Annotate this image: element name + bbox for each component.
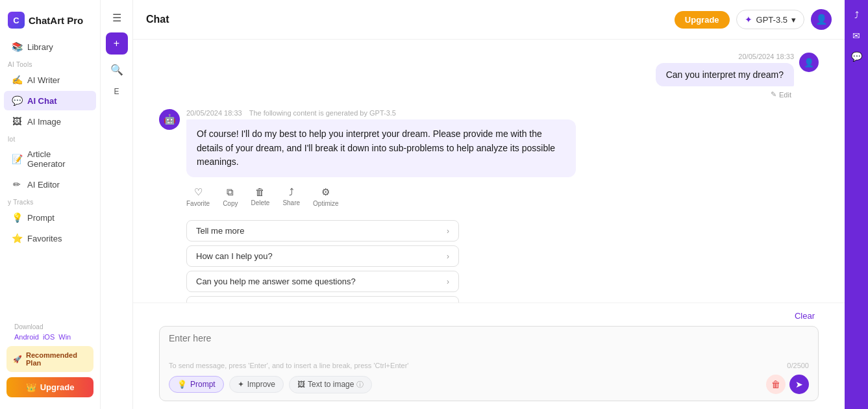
ai-bubble: Of course! I'll do my best to help you i… — [186, 119, 576, 177]
header-upgrade-button[interactable]: Upgrade — [675, 11, 730, 29]
improve-button[interactable]: ✦ Improve — [229, 376, 284, 393]
share-action[interactable]: ⤴ Share — [282, 186, 300, 207]
chat-input-area: Clear To send message, press 'Enter', an… — [133, 303, 845, 409]
delete-action[interactable]: 🗑 Delete — [251, 186, 269, 207]
recommended-plan: 🚀 Recommended Plan — [6, 346, 93, 372]
info-icon: ⓘ — [356, 380, 364, 390]
win-link[interactable]: Win — [58, 333, 71, 341]
clear-input-button[interactable]: 🗑 — [766, 375, 786, 394]
ai-writer-icon: ✍ — [12, 75, 22, 85]
ai-image-icon: 🖼 — [12, 116, 22, 127]
prompt-icon: 💡 — [12, 212, 22, 223]
user-message-wrapper: 20/05/2024 18:33 Can you interpret my dr… — [159, 53, 819, 99]
sidebar-item-library[interactable]: 📚 Library — [4, 37, 96, 56]
clear-button[interactable]: Clear — [791, 310, 819, 322]
user-bubble: Can you interpret my dream? — [656, 63, 794, 86]
suggestion-item-1[interactable]: How can I help you? › — [186, 245, 459, 267]
menu-button[interactable]: ☰ — [106, 6, 128, 29]
ios-link[interactable]: iOS — [43, 333, 55, 341]
sidebar-item-article-generator[interactable]: 📝 Article Generator — [4, 145, 96, 173]
toolbar-right: 🗑 ➤ — [766, 375, 809, 394]
gpt-label: GPT-3.5 — [756, 15, 787, 25]
heart-icon: ♡ — [194, 186, 203, 198]
gpt-selector[interactable]: ✦ GPT-3.5 ▾ — [736, 10, 804, 29]
gpt-star-icon: ✦ — [745, 14, 752, 25]
suggestion-arrow-2: › — [447, 277, 449, 286]
chevron-down-icon: ▾ — [791, 15, 796, 25]
sidebar-item-ai-editor[interactable]: ✏ AI Editor — [4, 175, 96, 194]
chat-body: 20/05/2024 18:33 Can you interpret my dr… — [133, 40, 845, 303]
optimize-icon: ⚙ — [321, 186, 330, 198]
delete-icon: 🗑 — [255, 186, 265, 197]
article-generator-icon: 📝 — [12, 154, 22, 164]
ai-actions: ♡ Favorite ⧉ Copy 🗑 Delete ⤴ Share ⚙ — [186, 186, 819, 207]
suggestion-item-2[interactable]: Can you help me answer some questions? › — [186, 271, 459, 292]
chat-title: Chat — [146, 14, 169, 25]
rocket-icon: 🚀 — [13, 355, 22, 364]
app-logo: C ChatArt Pro — [0, 6, 100, 36]
send-button[interactable]: ➤ — [789, 375, 809, 394]
suggestion-item-3[interactable]: Can you introduce yourself? › — [186, 296, 459, 303]
text-to-image-button[interactable]: 🖼 Text to image ⓘ — [289, 376, 372, 393]
header-right: Upgrade ✦ GPT-3.5 ▾ 👤 — [675, 9, 832, 30]
ai-avatar: 🤖 — [159, 109, 180, 130]
sidebar-item-prompt[interactable]: 💡 Prompt — [4, 208, 96, 227]
suggestions-list: Tell me more › How can I help you? › Can… — [186, 220, 819, 303]
user-message-timestamp: 20/05/2024 18:33 — [738, 53, 794, 60]
suggestion-arrow-1: › — [447, 252, 449, 261]
main-content: Chat Upgrade ✦ GPT-3.5 ▾ 👤 20/05/2024 18… — [133, 0, 845, 409]
pencil-icon: ✎ — [771, 90, 776, 99]
feedback-share-button[interactable]: ⤴ — [847, 5, 866, 25]
ai-tools-section: AI Tools — [0, 57, 100, 69]
sidebar: C ChatArt Pro 📚 Library AI Tools ✍ AI Wr… — [0, 0, 101, 409]
ai-editor-icon: ✏ — [12, 179, 22, 190]
ai-chat-icon: 💬 — [12, 95, 22, 106]
ai-message-meta: 20/05/2024 18:33 The following content i… — [186, 109, 576, 117]
feedback-chat-button[interactable]: 💬 — [847, 47, 866, 66]
copy-icon: ⧉ — [227, 186, 234, 198]
chat-input[interactable] — [169, 333, 809, 356]
user-message-row: 20/05/2024 18:33 Can you interpret my dr… — [656, 53, 819, 86]
ai-message-wrapper: 🤖 20/05/2024 18:33 The following content… — [159, 109, 819, 207]
upgrade-button[interactable]: 👑 Upgrade — [6, 377, 93, 397]
search-button[interactable]: 🔍 — [106, 58, 128, 81]
my-tracks-section: y Tracks — [0, 195, 100, 207]
optimize-action[interactable]: ⚙ Optimize — [313, 186, 338, 207]
ai-message-row: 🤖 20/05/2024 18:33 The following content… — [159, 109, 819, 177]
copy-action[interactable]: ⧉ Copy — [223, 186, 238, 207]
clear-row: Clear — [159, 310, 819, 322]
edit-action[interactable]: ✎ Edit — [771, 90, 791, 99]
feedback-bar: ⤴ ✉ 💬 — [845, 0, 868, 409]
prompt-button[interactable]: 💡 Prompt — [169, 376, 224, 393]
chat-header: Chat Upgrade ✦ GPT-3.5 ▾ 👤 — [133, 0, 845, 40]
input-hint: To send message, press 'Enter', and to i… — [169, 362, 809, 369]
user-avatar-small: 👤 — [799, 53, 819, 72]
wand-icon: ✦ — [238, 380, 244, 389]
input-box: To send message, press 'Enter', and to i… — [159, 326, 819, 401]
sidebar-item-ai-chat[interactable]: 💬 AI Chat — [4, 91, 96, 110]
logo-icon: C — [8, 12, 25, 29]
user-avatar[interactable]: 👤 — [811, 9, 832, 30]
input-toolbar: 💡 Prompt ✦ Improve 🖼 Text to image ⓘ 🗑 ➤ — [169, 375, 809, 394]
icon-bar: ☰ + 🔍 E — [101, 0, 133, 409]
download-links: Android iOS Win — [6, 332, 93, 346]
image-icon: 🖼 — [297, 380, 305, 389]
favorites-icon: ⭐ — [12, 233, 22, 243]
suggestion-arrow-0: › — [447, 227, 449, 236]
new-chat-button[interactable]: + — [106, 32, 128, 55]
share-icon: ⤴ — [289, 186, 294, 197]
lot-section: lot — [0, 132, 100, 144]
app-name: ChatArt Pro — [29, 15, 83, 26]
suggestion-item-0[interactable]: Tell me more › — [186, 220, 459, 242]
sidebar-item-ai-writer[interactable]: ✍ AI Writer — [4, 70, 96, 90]
crown-icon: 👑 — [26, 382, 36, 392]
android-link[interactable]: Android — [14, 333, 39, 341]
feedback-mail-button[interactable]: ✉ — [847, 26, 866, 45]
download-label: Download — [6, 319, 93, 332]
sidebar-item-ai-image[interactable]: 🖼 AI Image — [4, 112, 96, 131]
favorite-action[interactable]: ♡ Favorite — [186, 186, 210, 207]
collapse-label: E — [111, 84, 121, 99]
sidebar-item-favorites[interactable]: ⭐ Favorites — [4, 229, 96, 248]
prompt-icon: 💡 — [177, 380, 187, 389]
library-icon: 📚 — [12, 42, 22, 52]
